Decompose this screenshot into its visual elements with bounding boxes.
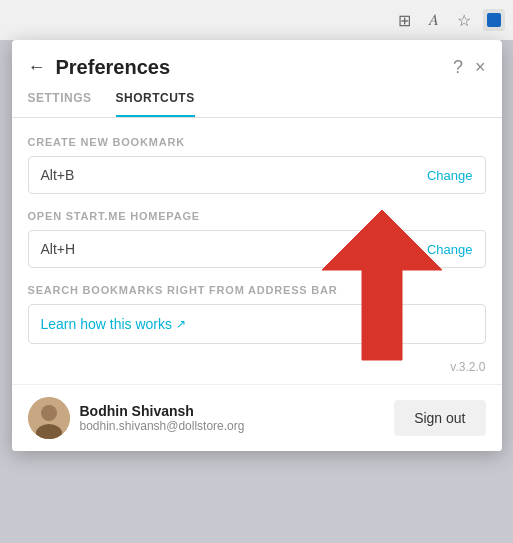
create-bookmark-label: Create New Bookmark <box>28 136 486 148</box>
close-icon[interactable]: × <box>475 57 486 78</box>
avatar <box>28 397 70 439</box>
footer: Bodhin Shivansh bodhin.shivansh@dollstor… <box>12 384 502 451</box>
bookmark-star-icon[interactable]: ☆ <box>453 9 475 31</box>
version-text: v.3.2.0 <box>12 356 502 384</box>
back-button[interactable]: ← <box>28 57 46 78</box>
svg-point-3 <box>41 405 57 421</box>
external-link-icon: ↗ <box>176 317 186 331</box>
user-email: bodhin.shivansh@dollstore.org <box>80 419 245 433</box>
extensions-icon[interactable]: ⊞ <box>393 9 415 31</box>
svg-rect-0 <box>487 13 501 27</box>
tabs-bar: Settings Shortcuts <box>12 79 502 118</box>
tab-content: Create New Bookmark Alt+B Change Open St… <box>12 118 502 344</box>
help-icon[interactable]: ? <box>453 57 463 78</box>
reader-icon[interactable]: 𝐴 <box>423 9 445 31</box>
preferences-panel: ← Preferences ? × Settings Shortcuts Cre… <box>12 40 502 451</box>
open-homepage-shortcut: Alt+H <box>41 241 76 257</box>
create-bookmark-shortcut: Alt+B <box>41 167 75 183</box>
learn-link-row: Learn how this works ↗ <box>28 304 486 344</box>
extension-active-icon[interactable] <box>483 9 505 31</box>
create-bookmark-row: Alt+B Change <box>28 156 486 194</box>
search-bookmarks-label: Search Bookmarks Right From Address Bar <box>28 284 486 296</box>
learn-link-text: Learn how this works <box>41 316 173 332</box>
tab-settings[interactable]: Settings <box>28 91 92 117</box>
panel-header: ← Preferences ? × <box>12 40 502 79</box>
create-bookmark-change-btn[interactable]: Change <box>427 168 473 183</box>
user-name: Bodhin Shivansh <box>80 403 245 419</box>
header-left: ← Preferences <box>28 56 171 79</box>
panel-title: Preferences <box>56 56 171 79</box>
open-homepage-label: Open Start.me Homepage <box>28 210 486 222</box>
user-info: Bodhin Shivansh bodhin.shivansh@dollstor… <box>28 397 245 439</box>
open-homepage-change-btn[interactable]: Change <box>427 242 473 257</box>
open-homepage-row: Alt+H Change <box>28 230 486 268</box>
header-right: ? × <box>453 57 486 78</box>
learn-link[interactable]: Learn how this works ↗ <box>41 316 187 332</box>
tab-shortcuts[interactable]: Shortcuts <box>116 91 195 117</box>
browser-chrome: ⊞ 𝐴 ☆ <box>0 0 513 40</box>
sign-out-button[interactable]: Sign out <box>394 400 485 436</box>
user-details: Bodhin Shivansh bodhin.shivansh@dollstor… <box>80 403 245 433</box>
